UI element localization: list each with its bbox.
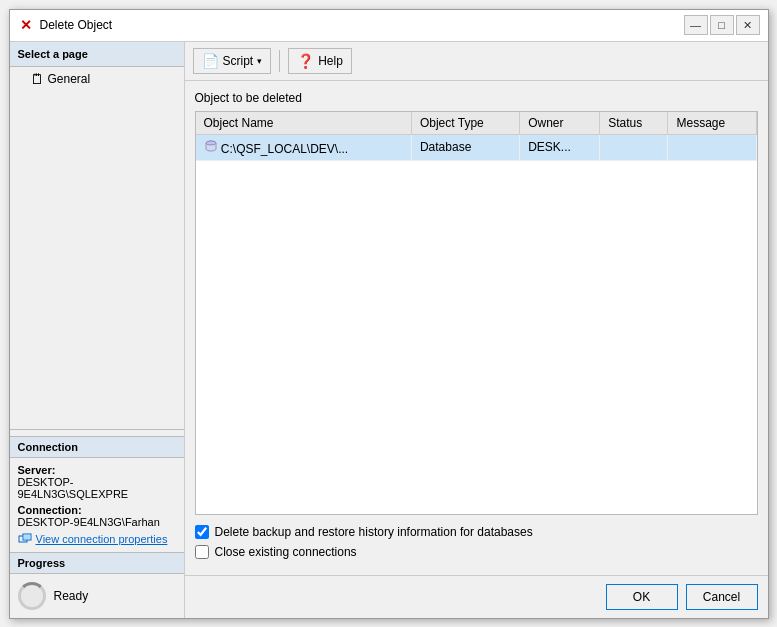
- sidebar-item-general-label: General: [48, 72, 91, 86]
- connection-link-icon: [18, 532, 32, 546]
- col-object-type: Object Type: [411, 112, 519, 135]
- objects-table: Object Name Object Type Owner Status Mes…: [196, 112, 757, 161]
- connection-header: Connection: [10, 436, 184, 458]
- cell-status: [600, 134, 668, 160]
- help-label: Help: [318, 54, 343, 68]
- progress-content: Ready: [10, 574, 184, 618]
- maximize-button[interactable]: □: [710, 15, 734, 35]
- toolbar: 📄 Script ▾ ❓ Help: [185, 42, 768, 81]
- progress-status: Ready: [54, 589, 89, 603]
- cell-message: [668, 134, 756, 160]
- table-body: C:\QSF_LOCAL\DEV\... Database DESK...: [196, 134, 757, 160]
- help-button[interactable]: ❓ Help: [288, 48, 352, 74]
- title-bar: ✕ Delete Object — □ ✕: [10, 10, 768, 42]
- col-message: Message: [668, 112, 756, 135]
- minimize-button[interactable]: —: [684, 15, 708, 35]
- main-area: 📄 Script ▾ ❓ Help Object to be deleted: [185, 42, 768, 618]
- database-icon: [204, 139, 218, 153]
- window-icon: ✕: [18, 17, 34, 33]
- script-label: Script: [223, 54, 254, 68]
- script-dropdown-arrow: ▾: [257, 56, 262, 66]
- script-button[interactable]: 📄 Script ▾: [193, 48, 272, 74]
- server-value: DESKTOP-9E4LN3G\SQLEXPRE: [18, 476, 129, 500]
- db-icon: [204, 139, 218, 153]
- general-icon: 🗒: [30, 71, 44, 87]
- server-info: Server: DESKTOP-9E4LN3G\SQLEXPRE: [18, 464, 176, 500]
- window-title: Delete Object: [40, 18, 113, 32]
- svg-rect-2: [24, 535, 30, 539]
- checkbox-delete-backup[interactable]: Delete backup and restore history inform…: [195, 525, 758, 539]
- sidebar-item-general[interactable]: 🗒 General: [10, 67, 184, 91]
- connection-label: Connection:: [18, 504, 176, 516]
- help-icon: ❓: [297, 53, 314, 69]
- progress-section: Progress Ready: [10, 552, 184, 618]
- svg-point-4: [206, 141, 216, 145]
- ok-button[interactable]: OK: [606, 584, 678, 610]
- col-owner: Owner: [520, 112, 600, 135]
- connection-info: Connection: DESKTOP-9E4LN3G\Farhan: [18, 504, 176, 528]
- section-title: Object to be deleted: [195, 91, 758, 105]
- sidebar-spacer: [10, 91, 184, 429]
- select-page-header: Select a page: [10, 42, 184, 67]
- view-connection-properties-link[interactable]: View connection properties: [18, 532, 176, 546]
- checkbox-close-connections[interactable]: Close existing connections: [195, 545, 758, 559]
- objects-table-container: Object Name Object Type Owner Status Mes…: [195, 111, 758, 515]
- delete-object-window: ✕ Delete Object — □ ✕ Select a page 🗒 Ge…: [9, 9, 769, 619]
- cell-object-type: Database: [411, 134, 519, 160]
- main-content: Object to be deleted Object Name Object …: [185, 81, 768, 575]
- checkboxes-area: Delete backup and restore history inform…: [195, 515, 758, 565]
- checkbox-delete-backup-input[interactable]: [195, 525, 209, 539]
- cell-object-name: C:\QSF_LOCAL\DEV\...: [196, 134, 412, 160]
- title-bar-left: ✕ Delete Object: [18, 17, 113, 33]
- connection-value: DESKTOP-9E4LN3G\Farhan: [18, 516, 160, 528]
- connection-section: Connection Server: DESKTOP-9E4LN3G\SQLEX…: [10, 429, 184, 552]
- col-object-name: Object Name: [196, 112, 412, 135]
- connection-link-text: View connection properties: [36, 533, 168, 545]
- close-button[interactable]: ✕: [736, 15, 760, 35]
- toolbar-separator: [279, 50, 280, 72]
- sidebar: Select a page 🗒 General Connection Serve…: [10, 42, 185, 618]
- checkbox-delete-backup-label: Delete backup and restore history inform…: [215, 525, 533, 539]
- cell-owner: DESK...: [520, 134, 600, 160]
- col-status: Status: [600, 112, 668, 135]
- progress-header: Progress: [10, 553, 184, 574]
- checkbox-close-connections-label: Close existing connections: [215, 545, 357, 559]
- server-label: Server:: [18, 464, 176, 476]
- script-icon: 📄: [202, 53, 219, 69]
- table-row[interactable]: C:\QSF_LOCAL\DEV\... Database DESK...: [196, 134, 757, 160]
- footer: OK Cancel: [185, 575, 768, 618]
- table-header-row: Object Name Object Type Owner Status Mes…: [196, 112, 757, 135]
- title-controls: — □ ✕: [684, 15, 760, 35]
- cancel-button[interactable]: Cancel: [686, 584, 758, 610]
- checkbox-close-connections-input[interactable]: [195, 545, 209, 559]
- table-header: Object Name Object Type Owner Status Mes…: [196, 112, 757, 135]
- content-area: Select a page 🗒 General Connection Serve…: [10, 42, 768, 618]
- progress-spinner: [18, 582, 46, 610]
